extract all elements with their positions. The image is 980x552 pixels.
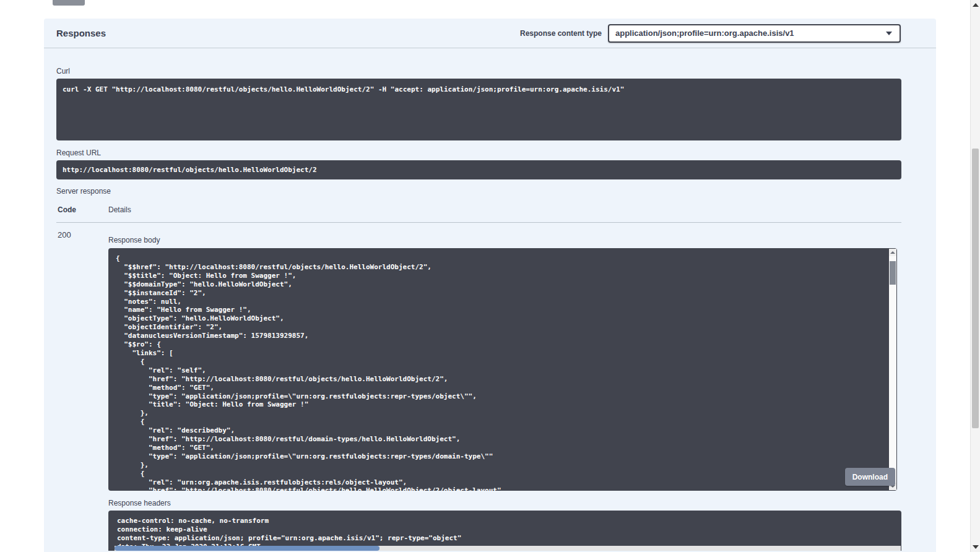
code-column-header: Code bbox=[56, 205, 108, 222]
headers-horizontal-scrollbar-thumb[interactable] bbox=[115, 546, 379, 551]
response-details-cell: Response body { "$$href": "http://localh… bbox=[108, 230, 901, 551]
responses-title: Responses bbox=[56, 28, 106, 38]
response-headers-text: cache-control: no-cache, no-transform co… bbox=[108, 511, 901, 551]
responses-body: Curl curl -X GET "http://localhost:8080/… bbox=[44, 48, 936, 551]
response-body-block[interactable]: { "$$href": "http://localhost:8080/restf… bbox=[108, 248, 897, 491]
responses-header: Responses Response content type applicat… bbox=[44, 19, 936, 48]
response-headers-label: Response headers bbox=[108, 499, 901, 507]
response-content-type-group: Response content type application/json;p… bbox=[520, 24, 901, 43]
response-body-scrollbar[interactable] bbox=[889, 249, 896, 490]
browser-scrollbar[interactable] bbox=[970, 0, 980, 552]
scrollbar-up-arrow-icon[interactable] bbox=[971, 0, 980, 10]
curl-command: curl -X GET "http://localhost:8080/restf… bbox=[56, 79, 901, 140]
scroll-up-arrow-icon[interactable] bbox=[889, 249, 896, 256]
status-code: 200 bbox=[56, 230, 108, 551]
response-content-type-select[interactable]: application/json;profile=urn:org.apache.… bbox=[608, 24, 901, 43]
response-table-header: Code Details bbox=[56, 205, 901, 223]
scrollbar-down-arrow-icon[interactable] bbox=[971, 542, 980, 552]
request-url-value: http://localhost:8080/restful/objects/he… bbox=[56, 160, 901, 179]
headers-horizontal-scrollbar[interactable] bbox=[115, 546, 901, 551]
download-button[interactable]: Download bbox=[845, 468, 895, 486]
response-headers-block[interactable]: cache-control: no-cache, no-transform co… bbox=[108, 511, 901, 551]
details-column-header: Details bbox=[108, 205, 901, 222]
browser-scrollbar-thumb[interactable] bbox=[972, 149, 979, 428]
response-content-type-label: Response content type bbox=[520, 29, 602, 38]
response-body-json: { "$$href": "http://localhost:8080/restf… bbox=[108, 248, 889, 491]
response-body-label: Response body bbox=[108, 236, 901, 244]
responses-panel: Responses Response content type applicat… bbox=[44, 19, 936, 552]
server-response-label: Server response bbox=[56, 187, 901, 196]
response-row: 200 Response body { "$$href": "http://lo… bbox=[56, 223, 901, 551]
response-body-scrollbar-thumb[interactable] bbox=[890, 261, 896, 285]
chevron-down-icon bbox=[886, 32, 892, 35]
request-url-label: Request URL bbox=[56, 149, 901, 157]
curl-label: Curl bbox=[56, 67, 901, 75]
partial-element-above bbox=[53, 0, 85, 6]
selected-content-type: application/json;profile=urn:org.apache.… bbox=[615, 28, 794, 38]
